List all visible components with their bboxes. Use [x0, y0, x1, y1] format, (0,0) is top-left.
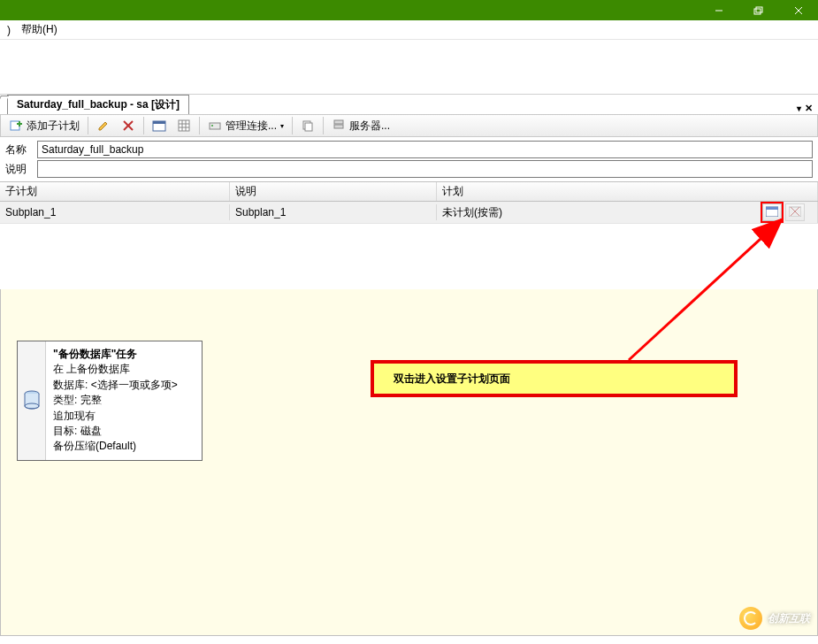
- pencil-icon: [96, 119, 111, 133]
- delete-icon: [121, 119, 135, 133]
- backup-database-task[interactable]: "备份数据库"任务 在 上备份数据库 数据库: <选择一项或多项> 类型: 完整…: [17, 341, 203, 461]
- design-canvas[interactable]: "备份数据库"任务 在 上备份数据库 数据库: <选择一项或多项> 类型: 完整…: [0, 289, 818, 636]
- copy-icon: [301, 119, 315, 133]
- name-label: 名称: [5, 142, 37, 157]
- server-icon: [332, 119, 346, 133]
- minimize-button[interactable]: [699, 0, 738, 20]
- tab-close-icon[interactable]: ✕: [805, 103, 813, 114]
- grid-empty-area: [0, 224, 818, 289]
- manage-connections-button[interactable]: 管理连接... ▾: [203, 116, 288, 135]
- svg-rect-5: [11, 121, 19, 130]
- svg-rect-11: [153, 121, 165, 124]
- svg-point-20: [211, 125, 213, 126]
- desc-label: 说明: [5, 162, 37, 177]
- close-button[interactable]: [778, 0, 818, 20]
- cell-plan-text: 未计划(按需): [442, 205, 502, 220]
- window-titlebar: [0, 0, 818, 20]
- connection-icon: [208, 119, 222, 133]
- cell-desc: Subplan_1: [230, 204, 437, 220]
- maximize-button[interactable]: [738, 0, 778, 20]
- name-input[interactable]: [37, 141, 813, 158]
- subplan-grid: 子计划 说明 计划 Subplan_1 Subplan_1 未计划(按需): [0, 181, 818, 289]
- watermark: 创新互联: [739, 607, 810, 630]
- cell-subplan: Subplan_1: [0, 204, 230, 220]
- subplan-row[interactable]: Subplan_1 Subplan_1 未计划(按需): [0, 202, 818, 224]
- schedule-remove-button[interactable]: [785, 203, 805, 221]
- add-subplan-icon: [9, 119, 23, 133]
- calendar-button[interactable]: [148, 116, 171, 135]
- svg-rect-1: [754, 9, 761, 14]
- svg-rect-22: [305, 123, 312, 131]
- col-header-subplan[interactable]: 子计划: [0, 182, 230, 201]
- task-title: "备份数据库"任务: [53, 347, 178, 362]
- add-subplan-button[interactable]: 添加子计划: [4, 116, 84, 135]
- designer-toolbar: 添加子计划 管理连接... ▾ 服务器...: [0, 114, 818, 137]
- schedule-calendar-button[interactable]: [762, 203, 782, 221]
- watermark-logo-icon: [739, 607, 762, 630]
- svg-rect-26: [766, 207, 778, 210]
- col-header-plan[interactable]: 计划: [437, 182, 818, 201]
- copy-button[interactable]: [296, 116, 319, 135]
- grid-icon: [177, 119, 191, 133]
- delete-button[interactable]: [117, 116, 140, 135]
- task-line: 目标: 磁盘: [53, 424, 178, 439]
- svg-rect-19: [210, 123, 220, 129]
- task-icon: [18, 341, 46, 460]
- svg-rect-23: [334, 120, 343, 124]
- document-tab[interactable]: Saturday_full_backup - sa [设计]: [7, 95, 189, 114]
- svg-rect-24: [334, 125, 343, 128]
- grid-button[interactable]: [172, 116, 195, 135]
- annotation-text: 双击进入设置子计划页面: [394, 372, 510, 387]
- col-header-desc[interactable]: 说明: [230, 182, 437, 201]
- ribbon-blank-area: [0, 40, 818, 95]
- document-tab-row: Saturday_full_backup - sa [设计] ▾ ✕: [0, 95, 818, 114]
- calendar-icon: [152, 119, 166, 133]
- servers-label: 服务器...: [349, 119, 390, 134]
- document-tab-title: Saturday_full_backup - sa [设计]: [17, 98, 180, 111]
- manage-connections-label: 管理连接...: [226, 119, 277, 134]
- cell-plan: 未计划(按需): [437, 202, 818, 223]
- task-line: 数据库: <选择一项或多项>: [53, 378, 178, 393]
- calendar-icon: [766, 205, 778, 219]
- task-line: 追加现有: [53, 409, 178, 424]
- svg-rect-2: [756, 7, 762, 12]
- tab-dropdown-icon[interactable]: ▾: [797, 104, 801, 113]
- calendar-off-icon: [789, 205, 801, 219]
- task-line: 在 上备份数据库: [53, 362, 178, 377]
- menu-bar: ) 帮助(H): [0, 20, 818, 40]
- menu-help[interactable]: 帮助(H): [16, 20, 63, 39]
- menu-paren: ): [2, 22, 16, 38]
- edit-button[interactable]: [92, 116, 115, 135]
- servers-button[interactable]: 服务器...: [327, 116, 394, 135]
- annotation-callout: 双击进入设置子计划页面: [371, 360, 738, 397]
- add-subplan-label: 添加子计划: [27, 119, 80, 134]
- task-line: 类型: 完整: [53, 393, 178, 408]
- watermark-text: 创新互联: [768, 611, 810, 626]
- svg-rect-14: [179, 120, 189, 131]
- chevron-down-icon: ▾: [280, 122, 284, 130]
- plan-form: 名称 说明: [0, 137, 818, 181]
- desc-input[interactable]: [37, 160, 813, 178]
- task-line: 备份压缩(Default): [53, 439, 178, 454]
